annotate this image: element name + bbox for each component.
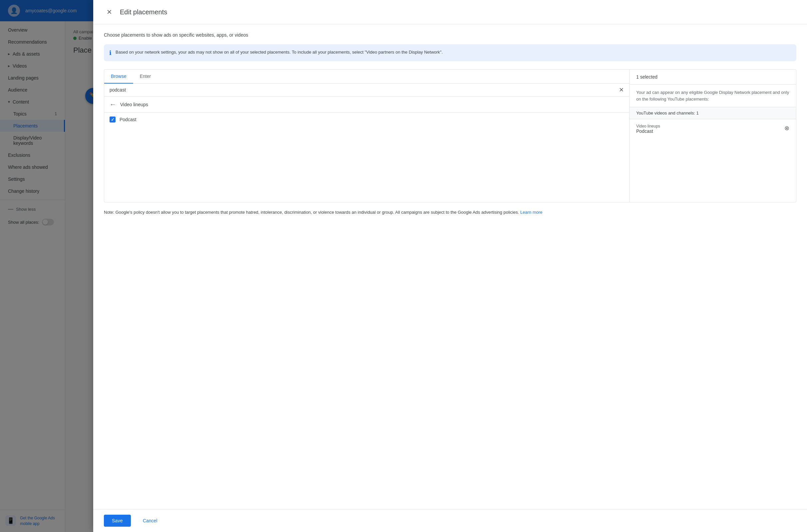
save-button[interactable]: Save	[104, 515, 131, 527]
tab-enter[interactable]: Enter	[133, 70, 157, 83]
info-banner-text: Based on your network settings, your ads…	[116, 49, 443, 56]
remove-item-button[interactable]: ⊗	[784, 125, 789, 132]
selected-item-content: Video lineups Podcast	[636, 124, 782, 134]
browse-column: Browse Enter ✕ ← Video lineups Podcast	[104, 70, 630, 202]
dialog-title: Edit placements	[120, 8, 167, 16]
podcast-check-row[interactable]: Podcast	[104, 113, 629, 127]
policy-note: Note: Google's policy doesn't allow you …	[104, 209, 796, 216]
selected-podcast-item: Video lineups Podcast ⊗	[630, 119, 796, 138]
edit-placements-dialog: ✕ Edit placements Choose placements to s…	[93, 0, 807, 532]
podcast-checkbox[interactable]	[110, 116, 116, 122]
dialog-footer: Save Cancel	[93, 509, 807, 532]
back-arrow-icon: ←	[110, 100, 116, 108]
search-input[interactable]	[110, 87, 616, 93]
search-row: ✕	[104, 83, 629, 97]
tabs: Browse Enter	[104, 70, 629, 83]
selected-column: 1 selected Your ad can appear on any eli…	[630, 70, 796, 202]
selected-item-name: Podcast	[636, 129, 782, 134]
video-lineups-nav[interactable]: ← Video lineups	[104, 97, 629, 113]
search-clear-icon[interactable]: ✕	[619, 86, 624, 94]
yt-section-header: YouTube videos and channels: 1	[630, 107, 796, 119]
dialog-header: ✕ Edit placements	[93, 0, 807, 24]
selected-description: Your ad can appear on any eligible Googl…	[630, 84, 796, 107]
info-icon: ℹ	[109, 49, 112, 57]
close-icon: ✕	[107, 8, 112, 16]
tab-browse[interactable]: Browse	[104, 70, 133, 83]
dialog-body: Choose placements to show ads on specifi…	[93, 24, 807, 509]
dialog-subtitle: Choose placements to show ads on specifi…	[104, 32, 796, 38]
nav-label: Video lineups	[120, 102, 148, 107]
content-columns: Browse Enter ✕ ← Video lineups Podcast	[104, 69, 796, 203]
info-banner: ℹ Based on your network settings, your a…	[104, 44, 796, 61]
selected-count: 1 selected	[630, 70, 796, 84]
podcast-label: Podcast	[119, 117, 136, 122]
selected-item-category: Video lineups	[636, 124, 782, 129]
learn-more-link[interactable]: Learn more	[520, 210, 542, 215]
cancel-button[interactable]: Cancel	[135, 515, 166, 527]
close-button[interactable]: ✕	[104, 7, 115, 17]
